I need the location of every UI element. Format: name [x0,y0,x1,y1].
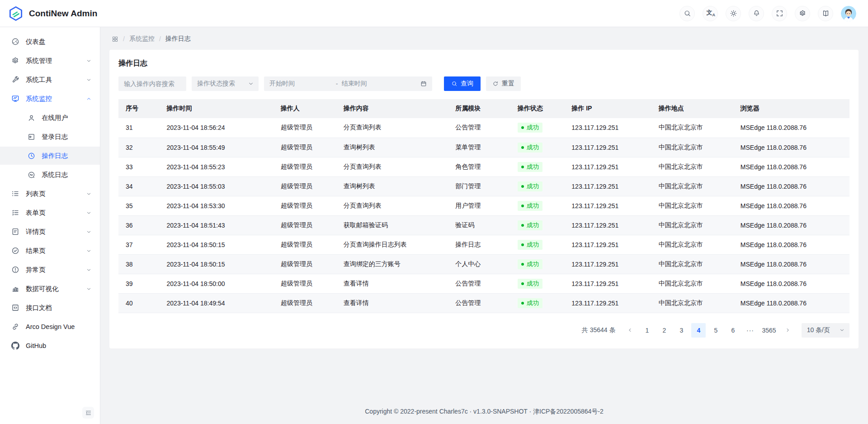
sidebar-item-online-users[interactable]: 在线用户 [0,109,100,127]
page-size-select[interactable]: 10 条/页 [802,323,849,338]
cell-module: 公告管理 [448,274,510,293]
sidebar-item-system-management[interactable]: 系统管理 [0,52,100,70]
sidebar-item-system-log[interactable]: 系统日志 [0,166,100,184]
settings-button[interactable] [795,6,810,21]
date-range-separator: - [336,80,338,87]
page-button-4[interactable]: 4 [691,323,706,338]
cell-no: 39 [118,274,160,293]
sidebar-item-system-monitor[interactable]: 系统监控 [0,90,100,108]
cell-no: 33 [118,157,160,176]
cell-status: 成功 [510,293,565,313]
cell-status: 成功 [510,254,565,274]
date-end-placeholder: 结束时间 [341,80,417,88]
fullscreen-button[interactable] [772,6,787,21]
cell-browser: MSEdge 118.0.2088.76 [733,254,849,274]
sidebar-item-exception-pages[interactable]: 异常页 [0,261,100,279]
docs-button[interactable] [818,6,833,21]
sidebar-item-system-tools[interactable]: 系统工具 [0,71,100,89]
detail-icon [11,228,19,236]
cell-ip: 123.117.129.251 [564,254,651,274]
translate-button[interactable]: 文A [703,6,718,21]
table-row: 352023-11-04 18:53:30超级管理员分页查询列表用户管理成功12… [118,196,849,215]
cell-content: 查询绑定的三方账号 [336,254,448,274]
apps-grid-icon[interactable] [112,36,118,43]
content-search-input[interactable] [118,76,186,91]
cell-user: 超级管理员 [274,176,336,196]
pagination-prev-button[interactable] [623,323,637,338]
cell-time: 2023-11-04 18:55:23 [160,157,274,176]
cell-content: 分页查询列表 [336,118,448,138]
reset-button[interactable]: 重置 [486,76,521,91]
cell-ip: 123.117.129.251 [564,157,651,176]
search-button[interactable]: 查询 [444,76,481,91]
cell-no: 38 [118,254,160,274]
breadcrumb-separator: / [159,35,161,43]
sidebar-item-form-pages[interactable]: 表单页 [0,204,100,222]
cell-location: 中国北京北京市 [651,138,733,157]
translate-icon: 文A [707,10,714,17]
cell-module: 部门管理 [448,176,510,196]
page-button-1[interactable]: 1 [640,323,654,338]
search-button[interactable] [679,6,695,21]
menu-fold-icon [85,410,92,416]
notifications-button[interactable] [749,6,764,21]
cell-status: 成功 [510,176,565,196]
date-range-picker[interactable]: 开始时间 - 结束时间 [264,76,432,91]
breadcrumb-section[interactable]: 系统监控 [129,35,155,43]
pagination-ellipsis: ··· [743,323,757,338]
sidebar-item-label: 表单页 [26,209,46,217]
sidebar-menu: 仪表盘系统管理系统工具系统监控在线用户登录日志操作日志系统日志列表页表单页详情页… [0,33,100,355]
cell-browser: MSEdge 118.0.2088.76 [733,235,849,254]
header-actions: 文A [679,6,868,21]
cell-browser: MSEdge 118.0.2088.76 [733,138,849,157]
cell-user: 超级管理员 [274,235,336,254]
chevron-down-icon [86,229,92,235]
sidebar-item-login-log[interactable]: 登录日志 [0,128,100,146]
status-dot-icon [521,224,524,227]
theme-light-button[interactable] [726,6,741,21]
page-button-6[interactable]: 6 [726,323,740,338]
status-badge: 成功 [518,201,542,211]
sidebar-item-data-visualization[interactable]: 数据可视化 [0,280,100,298]
sidebar-item-api-docs[interactable]: 接口文档 [0,299,100,317]
sidebar-collapse-button[interactable] [82,407,94,419]
sidebar-item-arco-design-vue[interactable]: Arco Design Vue [0,318,100,336]
sidebar-item-list-pages[interactable]: 列表页 [0,185,100,203]
search-icon [451,81,458,87]
status-badge: 成功 [518,181,542,191]
sidebar-item-detail-pages[interactable]: 详情页 [0,223,100,241]
cell-module: 菜单管理 [448,138,510,157]
column-header-browser: 浏览器 [733,99,849,118]
page-button-3565[interactable]: 3565 [760,323,778,338]
sidebar-item-label: 数据可视化 [26,285,59,293]
sidebar-item-label: 系统管理 [26,57,52,65]
cell-ip: 123.117.129.251 [564,196,651,215]
history-icon [28,152,35,160]
breadcrumb: / 系统监控 / 操作日志 [100,27,868,50]
avatar[interactable] [841,6,856,21]
chevron-left-icon [627,327,633,333]
sidebar-item-result-pages[interactable]: 结果页 [0,242,100,260]
cell-status: 成功 [510,157,565,176]
page-button-2[interactable]: 2 [657,323,671,338]
sidebar-item-dashboard[interactable]: 仪表盘 [0,33,100,51]
page-button-5[interactable]: 5 [708,323,723,338]
pagination-next-button[interactable] [781,323,795,338]
operation-log-card: 操作日志 操作状态搜索 开始时间 - 结束时间 查询 [109,50,859,348]
cell-ip: 123.117.129.251 [564,118,651,138]
column-header-no: 序号 [118,99,160,118]
page-button-3[interactable]: 3 [674,323,689,338]
status-badge: 成功 [518,279,542,289]
cell-no: 35 [118,196,160,215]
breadcrumb-current: 操作日志 [165,35,191,43]
cell-browser: MSEdge 118.0.2088.76 [733,196,849,215]
cell-location: 中国北京北京市 [651,118,733,138]
cell-browser: MSEdge 118.0.2088.76 [733,274,849,293]
status-badge: 成功 [518,240,542,250]
sidebar-item-github[interactable]: GitHub [0,337,100,355]
cell-location: 中国北京北京市 [651,215,733,235]
cell-time: 2023-11-04 18:55:49 [160,138,274,157]
status-select[interactable]: 操作状态搜索 [192,76,259,91]
pagination-total: 共 35644 条 [582,326,616,334]
sidebar-item-operation-log[interactable]: 操作日志 [0,147,100,165]
